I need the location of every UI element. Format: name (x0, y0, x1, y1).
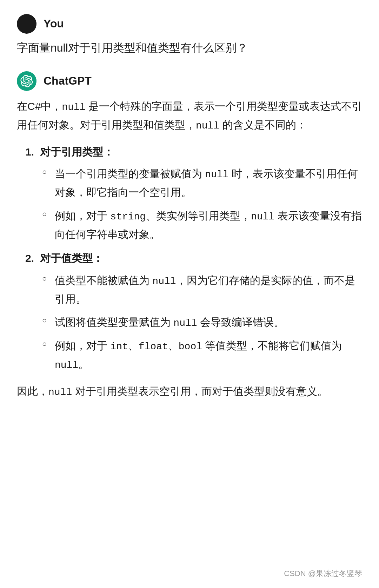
inline-code-null-5: null (152, 276, 176, 287)
avatar (17, 14, 36, 34)
chatgpt-logo-icon (20, 75, 33, 87)
user-question: 字面量null对于引用类型和值类型有什么区别？ (17, 39, 362, 57)
list-item-value-type: 2. 对于值类型： 值类型不能被赋值为 null，因为它们存储的是实际的值，而不… (25, 249, 362, 374)
inline-code-null-7: null (55, 360, 78, 371)
inline-code-bool: bool (179, 341, 202, 352)
inline-code-null-4: null (251, 211, 274, 222)
inline-code-float: float (139, 341, 168, 352)
list-num-2: 2. 对于值类型： (25, 252, 103, 264)
chatgpt-name: ChatGPT (44, 72, 92, 90)
reference-type-bullets: 当一个引用类型的变量被赋值为 null 时，表示该变量不引用任何对象，即它指向一… (25, 165, 362, 244)
chatgpt-intro: 在C#中，null 是一个特殊的字面量，表示一个引用类型变量或表达式不引用任何对… (17, 97, 362, 134)
list-item-reference-type: 1. 对于引用类型： 当一个引用类型的变量被赋值为 null 时，表示该变量不引… (25, 143, 362, 244)
bullet-val-2: 试图将值类型变量赋值为 null 会导致编译错误。 (42, 313, 362, 332)
watermark: CSDN @果冻过冬竖琴 (284, 567, 362, 580)
chatgpt-body: 在C#中，null 是一个特殊的字面量，表示一个引用类型变量或表达式不引用任何对… (17, 97, 362, 410)
list-num-1: 1. 对于引用类型： (25, 146, 114, 158)
user-name: You (44, 15, 64, 33)
user-section: You 字面量null对于引用类型和值类型有什么区别？ (17, 14, 362, 57)
conclusion: 因此，null 对于引用类型表示空引用，而对于值类型则没有意义。 (17, 382, 362, 401)
user-header: You (17, 14, 362, 34)
inline-code-null-2: null (196, 120, 219, 131)
chatgpt-avatar (17, 71, 36, 91)
bullet-ref-2: 例如，对于 string、类实例等引用类型，null 表示该变量没有指向任何字符… (42, 207, 362, 244)
inline-code-null-1: null (62, 102, 85, 113)
inline-code-null-8: null (48, 387, 72, 398)
bullet-val-1: 值类型不能被赋值为 null，因为它们存储的是实际的值，而不是引用。 (42, 271, 362, 309)
bullet-ref-1: 当一个引用类型的变量被赋值为 null 时，表示该变量不引用任何对象，即它指向一… (42, 165, 362, 202)
main-ordered-list: 1. 对于引用类型： 当一个引用类型的变量被赋值为 null 时，表示该变量不引… (17, 143, 362, 374)
chatgpt-section: ChatGPT 在C#中，null 是一个特殊的字面量，表示一个引用类型变量或表… (17, 71, 362, 410)
inline-code-string: string (110, 211, 146, 222)
value-type-bullets: 值类型不能被赋值为 null，因为它们存储的是实际的值，而不是引用。 试图将值类… (25, 271, 362, 374)
inline-code-null-6: null (173, 318, 197, 329)
chatgpt-header: ChatGPT (17, 71, 362, 91)
bullet-val-3: 例如，对于 int、float、bool 等值类型，不能将它们赋值为 null。 (42, 337, 362, 374)
inline-code-null-3: null (205, 169, 228, 180)
inline-code-int: int (110, 341, 128, 352)
